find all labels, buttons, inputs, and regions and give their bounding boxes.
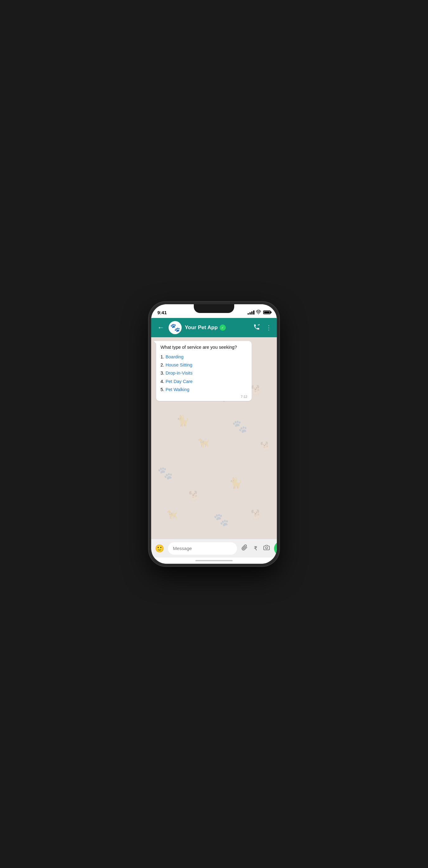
service-number: 2. xyxy=(160,363,164,367)
service-number: 1. xyxy=(160,354,164,359)
phone-frame: 9:41 ← 🐾 xyxy=(149,302,279,566)
home-bar xyxy=(195,560,233,561)
list-item[interactable]: 3. Drop-in-Visits xyxy=(160,369,247,377)
signal-bars-icon xyxy=(248,310,254,314)
service-number: 4. xyxy=(160,379,164,384)
emoji-button[interactable]: 🙂 xyxy=(154,543,165,554)
list-item[interactable]: 5. Pet Walking xyxy=(160,385,247,394)
service-link-walking[interactable]: Pet Walking xyxy=(165,387,189,392)
paw-icon: 🐾 xyxy=(170,323,180,332)
notch xyxy=(194,304,234,313)
chat-area: What type of service are you seeking? 1.… xyxy=(151,337,277,539)
message-input[interactable] xyxy=(168,542,237,555)
more-options-icon[interactable]: ⋮ xyxy=(266,324,272,331)
list-item[interactable]: 1. Boarding xyxy=(160,353,247,361)
svg-point-0 xyxy=(258,314,259,314)
service-link-house-sitting[interactable]: House Sitting xyxy=(165,363,192,367)
battery-icon xyxy=(263,310,271,314)
verified-badge: ✓ xyxy=(220,324,226,331)
header-actions: ⋮ xyxy=(253,323,272,332)
list-item[interactable]: 4. Pet Day Care xyxy=(160,377,247,385)
service-number: 3. xyxy=(160,371,164,375)
attach-button[interactable] xyxy=(240,543,249,554)
status-icons xyxy=(248,310,271,315)
message-bubble: What type of service are you seeking? 1.… xyxy=(156,341,252,401)
svg-point-1 xyxy=(266,547,268,549)
mic-button[interactable] xyxy=(274,541,277,556)
phone-screen: 9:41 ← 🐾 xyxy=(151,304,277,564)
header-info: Your Pet App ✓ xyxy=(185,324,250,331)
message-question: What type of service are you seeking? xyxy=(160,344,247,350)
service-list: 1. Boarding 2. House Sitting 3. Drop-in-… xyxy=(160,353,247,393)
rupee-button[interactable]: ₹ xyxy=(252,544,259,553)
service-link-day-care[interactable]: Pet Day Care xyxy=(165,379,192,384)
bottom-bar: 🙂 ₹ xyxy=(151,539,277,558)
call-icon[interactable] xyxy=(253,323,260,332)
app-name-label: Your Pet App xyxy=(185,324,218,331)
wifi-icon xyxy=(256,310,261,315)
list-item[interactable]: 2. House Sitting xyxy=(160,361,247,369)
status-time: 9:41 xyxy=(157,310,167,315)
app-header: ← 🐾 Your Pet App ✓ ⋮ xyxy=(151,318,277,337)
service-link-boarding[interactable]: Boarding xyxy=(165,354,184,359)
message-timestamp: 7:12 xyxy=(160,395,247,399)
back-button[interactable]: ← xyxy=(156,322,165,333)
service-link-drop-in[interactable]: Drop-in-Visits xyxy=(165,371,192,375)
service-number: 5. xyxy=(160,387,164,392)
avatar: 🐾 xyxy=(169,321,182,334)
header-name-row: Your Pet App ✓ xyxy=(185,324,250,331)
home-indicator xyxy=(151,558,277,564)
camera-button[interactable] xyxy=(262,543,272,554)
